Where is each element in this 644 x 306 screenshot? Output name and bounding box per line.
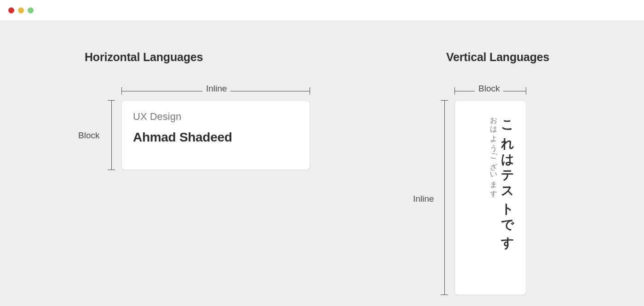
bracket-cap-icon [310,87,310,95]
heading-vertical-languages: Vertical Languages [446,51,549,64]
label-vertical-block: Block [475,84,503,94]
bracket-cap-icon [108,170,115,170]
traffic-lights [8,7,34,13]
bracket-horizontal-block [108,100,115,170]
bracket-cap-icon [441,295,448,295]
card-vertical-subtitle: おはようございます [489,112,498,283]
label-horizontal-inline: Inline [202,84,230,94]
label-horizontal-block: Block [75,129,102,142]
card-vertical: これはテストです おはようございます [454,100,526,295]
bracket-line-icon [444,100,445,295]
label-vertical-inline: Inline [410,192,437,206]
minimize-icon[interactable] [18,7,24,13]
window-titlebar [0,0,644,20]
card-horizontal-subtitle: UX Design [133,111,299,123]
diagram-canvas: Horizontal Languages Vertical Languages … [0,20,644,306]
bracket-vertical-inline [441,100,448,295]
card-horizontal-title: Ahmad Shadeed [133,130,299,145]
card-vertical-title: これはテストです [498,112,516,283]
bracket-line-icon [111,100,112,170]
close-icon[interactable] [8,7,14,13]
heading-horizontal-languages: Horizontal Languages [85,51,203,64]
bracket-cap-icon [526,87,526,95]
card-horizontal: UX Design Ahmad Shadeed [121,100,310,170]
maximize-icon[interactable] [28,7,34,13]
